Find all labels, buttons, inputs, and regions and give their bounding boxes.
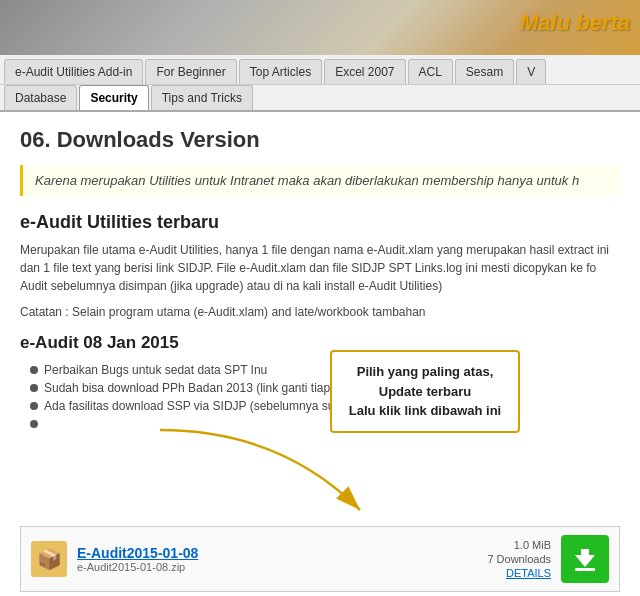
tab-v[interactable]: V bbox=[516, 59, 546, 84]
callout-line3: Lalu klik link dibawah ini bbox=[349, 403, 501, 418]
bullet-dot-1 bbox=[30, 366, 38, 374]
callout-box: Pilih yang paling atas, Update terbaru L… bbox=[330, 350, 520, 433]
tab-sesam[interactable]: Sesam bbox=[455, 59, 514, 84]
notice-box: Karena merupakan Utilities untuk Intrane… bbox=[20, 165, 620, 196]
tab-security[interactable]: Security bbox=[79, 85, 148, 110]
list-item: Ada fasilitas download SSP via SIDJP (se… bbox=[30, 397, 620, 415]
download-button[interactable] bbox=[561, 535, 609, 583]
nav-row1: e-Audit Utilities Add-in For Beginner To… bbox=[0, 55, 640, 85]
tab-acl[interactable]: ACL bbox=[408, 59, 453, 84]
callout-line2: Update terbaru bbox=[379, 384, 471, 399]
section1-desc: Merupakan file utama e-Audit Utilities, … bbox=[20, 241, 620, 295]
download-name[interactable]: E-Audit2015-01-08 bbox=[77, 545, 477, 561]
section2-title: e-Audit 08 Jan 2015 bbox=[20, 333, 620, 353]
download-info: E-Audit2015-01-08 e-Audit2015-01-08.zip bbox=[77, 545, 477, 573]
callout-area: Pilih yang paling atas, Update terbaru L… bbox=[20, 440, 620, 520]
download-count: 7 Downloads bbox=[487, 553, 551, 565]
content-area: 06. Downloads Version Karena merupakan U… bbox=[0, 112, 640, 596]
download-item[interactable]: 📦 E-Audit2015-01-08 e-Audit2015-01-08.zi… bbox=[20, 526, 620, 592]
callout-line1: Pilih yang paling atas, bbox=[357, 364, 494, 379]
tab-top-articles[interactable]: Top Articles bbox=[239, 59, 322, 84]
tab-tips-and-tricks[interactable]: Tips and Tricks bbox=[151, 85, 253, 110]
tab-database[interactable]: Database bbox=[4, 85, 77, 110]
bullet-dot-3 bbox=[30, 402, 38, 410]
svg-marker-1 bbox=[575, 549, 595, 567]
download-package-icon: 📦 bbox=[31, 541, 67, 577]
tab-for-beginner[interactable]: For Beginner bbox=[145, 59, 236, 84]
catatan-text: Catatan : Selain program utama (e-Audit.… bbox=[20, 305, 620, 319]
nav-row2: Database Security Tips and Tricks bbox=[0, 85, 640, 112]
bullet-dot-2 bbox=[30, 384, 38, 392]
download-filename: e-Audit2015-01-08.zip bbox=[77, 561, 477, 573]
page-title: 06. Downloads Version bbox=[20, 127, 620, 153]
header-banner: Malu berta bbox=[0, 0, 640, 55]
banner-text: Malu berta bbox=[520, 10, 630, 36]
bullet-list: Perbaikan Bugs untuk sedat data SPT Inu … bbox=[20, 361, 620, 430]
bullet-dot-4 bbox=[30, 420, 38, 428]
download-details-link[interactable]: DETAILS bbox=[506, 567, 551, 579]
download-arrow-icon bbox=[571, 545, 599, 573]
notice-text: Karena merupakan Utilities untuk Intrane… bbox=[35, 173, 579, 188]
bullet-text-1: Perbaikan Bugs untuk sedat data SPT Inu bbox=[44, 363, 267, 377]
list-item: Sudah bisa download PPh Badan 2013 (link… bbox=[30, 379, 620, 397]
tab-eaudit-add-in[interactable]: e-Audit Utilities Add-in bbox=[4, 59, 143, 84]
svg-rect-2 bbox=[575, 568, 595, 571]
section2-area: e-Audit 08 Jan 2015 Perbaikan Bugs untuk… bbox=[20, 333, 620, 592]
download-size: 1.0 MiB bbox=[514, 539, 551, 551]
list-item: Perbaikan Bugs untuk sedat data SPT Inu bbox=[30, 361, 620, 379]
list-item bbox=[30, 415, 620, 430]
tab-excel-2007[interactable]: Excel 2007 bbox=[324, 59, 405, 84]
section1-title: e-Audit Utilities terbaru bbox=[20, 212, 620, 233]
arrow-svg bbox=[100, 420, 400, 540]
download-meta: 1.0 MiB 7 Downloads DETAILS bbox=[487, 539, 551, 579]
